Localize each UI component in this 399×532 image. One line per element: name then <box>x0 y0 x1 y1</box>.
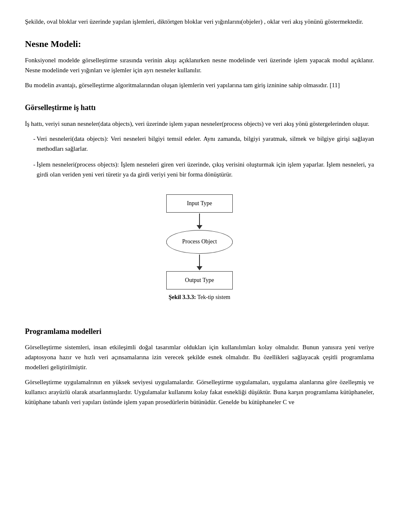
caption-rest: Tek-tip sistem <box>196 294 230 300</box>
bullet-dash-1: - <box>25 134 37 154</box>
nesne-modeli-heading: Nesne Modeli: <box>25 37 374 51</box>
output-type-box: Output Type <box>166 271 233 289</box>
bullet-item-1: - Veri nesneleri(data objects): Veri nes… <box>25 134 374 154</box>
intro-paragraph: Şekilde, oval bloklar veri üzerinde yapı… <box>25 17 374 27</box>
programlama-modelleri-heading: Programlama modelleri <box>25 326 374 338</box>
bullet-content-2: İşlem nesneleri(process objects): İşlem … <box>37 159 374 179</box>
nesne-modeli-paragraph1: Fonksiyonel modelde görselleştirme sıras… <box>25 55 374 75</box>
input-type-box: Input Type <box>166 194 233 213</box>
arrow-1 <box>197 213 202 229</box>
arrow-line-2 <box>199 255 200 266</box>
process-object-box: Process Object <box>166 230 233 253</box>
diagram-container: Input Type Process Object Output Type Şe… <box>25 194 374 314</box>
programlama-modelleri-paragraph1: Görselleştirme sistemleri, insan etkileş… <box>25 342 374 372</box>
caption-bold: Şekil 3.3.3: <box>169 294 196 300</box>
bullet-content-1: Veri nesneleri(data objects): Veri nesne… <box>37 134 374 154</box>
arrow-head-2 <box>197 266 202 270</box>
bullet-item-2: - İşlem nesneleri(process objects): İşle… <box>25 159 374 179</box>
gorsellestime-is-hatti-heading: Görselleştirme iş hattı <box>25 102 374 114</box>
gorsellestime-is-hatti-paragraph1: İş hattı, veriyi sunan nesneler(data obj… <box>25 119 374 129</box>
bullet-dash-2: - <box>25 159 37 179</box>
figure-caption: Şekil 3.3.3: Tek-tip sistem <box>169 293 231 302</box>
nesne-modeli-paragraph2: Bu modelin avantajı, görselleştirme algo… <box>25 80 374 90</box>
programlama-modelleri-paragraph2: Görselleştirme uygulamalrının en yüksek … <box>25 377 374 407</box>
arrow-2 <box>197 255 202 270</box>
arrow-line-1 <box>199 213 200 225</box>
arrow-head-1 <box>197 225 202 229</box>
